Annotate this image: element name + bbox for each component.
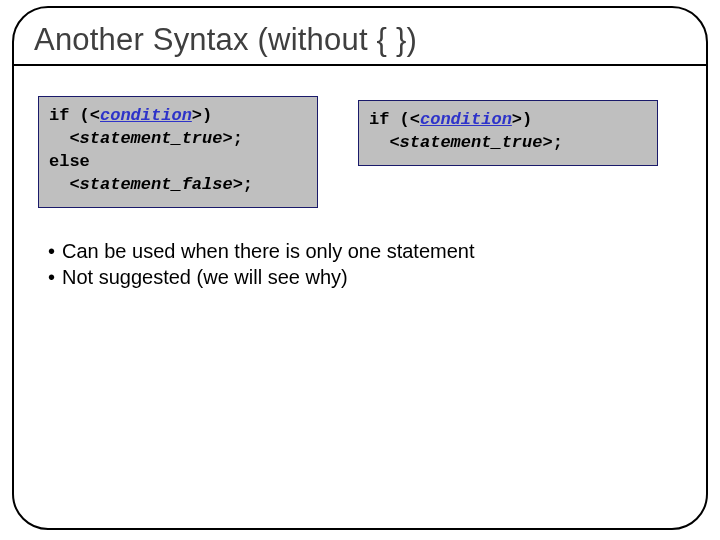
slide-title: Another Syntax (without { }) [14,8,706,64]
code-box-if-else: if (<condition>) <statement_true>; else … [38,96,318,208]
code-text: >) [192,106,212,125]
bullet-text: Not suggested (we will see why) [62,264,348,290]
code-text: if (< [369,110,420,129]
list-item: • Not suggested (we will see why) [48,264,706,290]
code-text: < [49,129,80,148]
slide-frame: Another Syntax (without { }) if (<condit… [12,6,708,530]
bullet-glyph: • [48,238,62,264]
bullet-text: Can be used when there is only one state… [62,238,474,264]
code-box-if-only: if (<condition>) <statement_true>; [358,100,658,166]
code-stmt-true: statement_true [80,129,223,148]
code-stmt-true: statement_true [400,133,543,152]
bullet-list: • Can be used when there is only one sta… [14,208,706,290]
code-condition: condition [420,110,512,129]
list-item: • Can be used when there is only one sta… [48,238,706,264]
code-text: if (< [49,106,100,125]
code-stmt-false: statement_false [80,175,233,194]
code-text: >) [512,110,532,129]
code-text: >; [222,129,242,148]
code-text: else [49,152,90,171]
code-row: if (<condition>) <statement_true>; else … [14,66,706,208]
bullet-glyph: • [48,264,62,290]
code-text: < [369,133,400,152]
code-text: < [49,175,80,194]
code-condition: condition [100,106,192,125]
code-text: >; [542,133,562,152]
code-text: >; [233,175,253,194]
